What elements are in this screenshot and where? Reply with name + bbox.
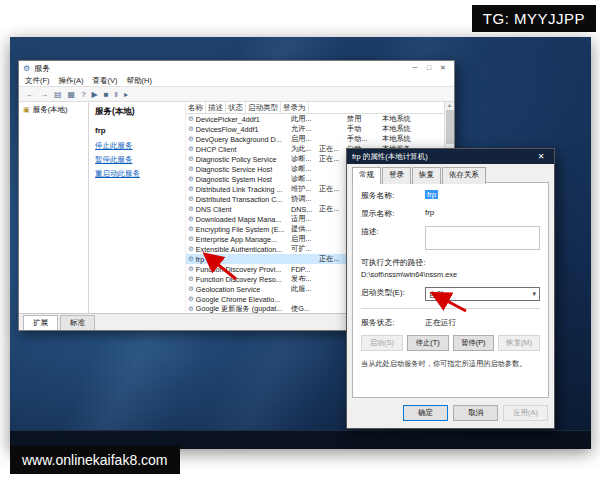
service-gear-icon: ⚙ — [188, 305, 194, 313]
close-icon[interactable]: ✕ — [533, 152, 549, 161]
service-name: DevicesFlow_4ddf1 — [196, 125, 259, 134]
service-name: Diagnostic System Host — [196, 175, 272, 184]
window-control-icon[interactable]: ─ — [408, 64, 422, 72]
service-status-cell: 正在... — [319, 254, 347, 264]
service-logon-cell: 本地系统 — [382, 124, 444, 134]
divider — [361, 308, 540, 309]
toolbar-icon[interactable]: ▦ — [68, 90, 76, 99]
toolbar-icon[interactable]: ? — [81, 90, 85, 99]
column-header[interactable]: 描述 — [206, 102, 226, 113]
path-value: D:\soft\nssm\win64\nssm.exe — [361, 270, 540, 279]
service-desc-cell: 此用... — [291, 114, 319, 124]
service-name-cell: ⚙Distributed Transaction C... — [186, 195, 291, 204]
toolbar-icon[interactable]: → — [40, 90, 48, 99]
services-titlebar[interactable]: ⚙ 服务 ─□✕ — [19, 61, 454, 75]
window-control-icon[interactable]: □ — [422, 64, 436, 72]
service-name: DevicePicker_4ddf1 — [196, 115, 260, 124]
startup-type-select[interactable]: 自动 ▾ — [425, 287, 540, 301]
toolbar-icon[interactable]: ← — [26, 90, 34, 99]
chevron-down-icon: ▾ — [532, 290, 536, 298]
scrollbar-thumb[interactable] — [446, 110, 454, 144]
selected-service-name: frp — [95, 126, 179, 135]
service-status-label: 服务状态: — [361, 317, 425, 328]
service-action-link[interactable]: 暂停此服务 — [95, 155, 179, 165]
dialog-footer-button[interactable]: 应用(A) — [503, 405, 548, 421]
service-name-cell: ⚙Encrypting File System (E... — [186, 225, 291, 234]
service-name-cell: ⚙Distributed Link Tracking ... — [186, 185, 291, 194]
service-gear-icon: ⚙ — [188, 165, 194, 173]
toolbar-icon[interactable]: ▶ — [92, 90, 98, 99]
service-desc-cell: 协调... — [291, 194, 319, 204]
dialog-tab[interactable]: 常规 — [352, 167, 381, 184]
dialog-tab[interactable]: 登录 — [382, 167, 411, 184]
scroll-up-icon[interactable]: ▲ — [447, 102, 452, 108]
display-name-value[interactable]: frp — [425, 208, 434, 217]
dialog-footer-button[interactable]: 取消 — [453, 405, 498, 421]
service-control-button[interactable]: 停止(T) — [407, 335, 449, 351]
view-tab[interactable]: 标准 — [60, 315, 95, 330]
toolbar-icon[interactable]: ▸ — [124, 90, 128, 99]
service-logon-cell: 本地系统 — [382, 134, 444, 144]
window-control-icon[interactable]: ✕ — [436, 64, 450, 72]
toolbar-icon[interactable]: ▤ — [54, 90, 62, 99]
service-name: Distributed Transaction C... — [196, 195, 283, 204]
service-name-cell: ⚙DHCP Client — [186, 145, 291, 154]
service-status-cell: 正在... — [319, 144, 347, 154]
service-name-cell: ⚙Function Discovery Provi... — [186, 265, 291, 274]
service-startup-cell: 手动... — [347, 134, 382, 144]
table-row[interactable]: ⚙DevQuery Background D... 启用... 手动... 本地… — [186, 134, 444, 144]
service-desc-cell: 启用... — [291, 134, 319, 144]
dialog-tab[interactable]: 恢复 — [412, 167, 441, 184]
startup-type-label: 启动类型(E): — [361, 287, 425, 298]
service-logon-cell: 本地系统 — [382, 114, 444, 124]
site-badge: www.onlinekaifak8.com — [10, 446, 180, 474]
window-controls: ─□✕ — [408, 64, 450, 72]
toolbar-icon[interactable]: ■ — [104, 90, 109, 99]
service-name-cell: ⚙Diagnostic Policy Service — [186, 155, 291, 164]
service-control-button[interactable]: 恢复(M) — [498, 335, 540, 351]
service-desc-cell: 诊断... — [291, 174, 319, 184]
service-status-cell: 正在... — [319, 184, 347, 194]
dialog-title: frp 的属性(本地计算机) — [352, 152, 428, 162]
service-name-cell: ⚙DevQuery Background D... — [186, 135, 291, 144]
service-name: Google 更新服务 (gupdat... — [196, 304, 282, 313]
tree-item-services-local[interactable]: ▣ 服务(本地) — [23, 105, 84, 115]
service-gear-icon: ⚙ — [188, 185, 194, 193]
dialog-footer-button[interactable]: 确定 — [403, 405, 448, 421]
extended-description-panel: 服务(本地) frp 停止此服务暂停此服务重启动此服务 — [89, 102, 185, 313]
menu-item[interactable]: 操作(A) — [59, 76, 84, 86]
service-gear-icon: ⚙ — [188, 135, 194, 143]
menu-item[interactable]: 文件(F) — [25, 76, 50, 86]
column-header[interactable]: 名称 — [186, 102, 206, 113]
service-control-buttons: 启动(S)停止(T)暂停(P)恢复(M) — [361, 335, 540, 351]
service-desc-cell: 此服... — [291, 284, 319, 294]
service-control-button[interactable]: 暂停(P) — [453, 335, 495, 351]
column-header[interactable]: 状态 — [226, 102, 246, 113]
dialog-titlebar[interactable]: frp 的属性(本地计算机) ✕ — [347, 149, 554, 164]
service-gear-icon: ⚙ — [188, 115, 194, 123]
toolbar-icon[interactable]: ‖ — [115, 90, 118, 99]
service-action-link[interactable]: 停止此服务 — [95, 141, 179, 151]
view-tab[interactable]: 扩展 — [23, 315, 58, 330]
menu-item[interactable]: 查看(V) — [93, 76, 118, 86]
column-header[interactable]: 登录为 — [281, 102, 309, 113]
service-action-links: 停止此服务暂停此服务重启动此服务 — [95, 141, 179, 179]
service-desc-cell: 可扩... — [291, 244, 319, 254]
dialog-tab[interactable]: 依存关系 — [442, 167, 486, 184]
column-header[interactable]: 启动类型 — [246, 102, 281, 113]
tg-badge: TG: MYYJJPP — [472, 5, 596, 32]
service-name: Google Chrome Elevatio... — [196, 295, 280, 304]
service-name: Geolocation Service — [196, 285, 260, 294]
service-name: Encrypting File System (E... — [196, 225, 285, 234]
tree-item-label: 服务(本地) — [33, 105, 68, 115]
service-gear-icon: ⚙ — [188, 295, 194, 303]
service-name-value[interactable]: frp — [425, 190, 438, 199]
table-row[interactable]: ⚙DevicePicker_4ddf1 此用... 禁用 本地系统 — [186, 114, 444, 124]
description-field[interactable] — [425, 226, 540, 250]
services-window-title: 服务 — [34, 63, 50, 74]
service-desc-cell: 为此... — [291, 144, 319, 154]
service-action-link[interactable]: 重启动此服务 — [95, 169, 179, 179]
table-row[interactable]: ⚙DevicesFlow_4ddf1 允许... 手动 本地系统 — [186, 124, 444, 134]
menu-item[interactable]: 帮助(H) — [127, 76, 152, 86]
service-control-button[interactable]: 启动(S) — [361, 335, 403, 351]
